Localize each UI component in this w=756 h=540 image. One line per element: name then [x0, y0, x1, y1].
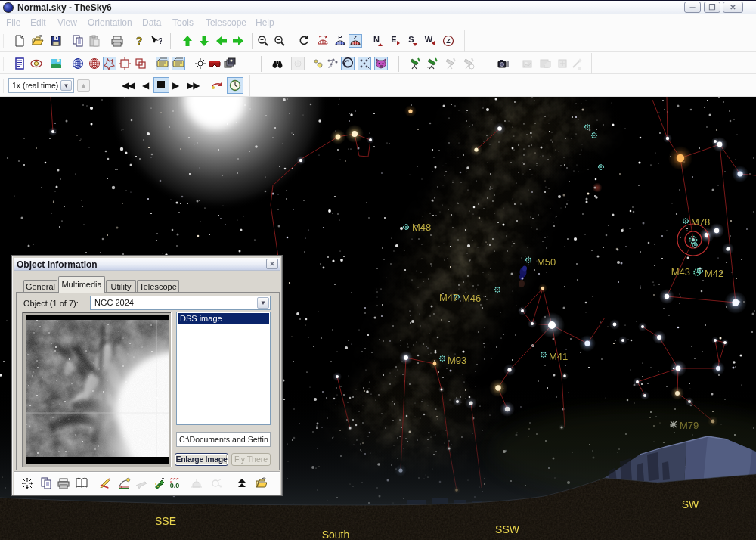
- svg-text:SW: SW: [682, 498, 699, 511]
- svg-text:M93: M93: [448, 355, 466, 366]
- svg-text:M48: M48: [412, 222, 431, 233]
- svg-text:SSE: SSE: [155, 515, 176, 527]
- svg-text:?: ?: [158, 36, 162, 45]
- svg-text:SSW: SSW: [495, 523, 520, 535]
- svg-text:M47: M47: [439, 292, 458, 303]
- svg-text:N: N: [373, 35, 380, 44]
- svg-text:P: P: [338, 35, 342, 41]
- svg-text:M43: M43: [671, 266, 690, 278]
- svg-text:M42: M42: [705, 268, 723, 279]
- svg-text:W: W: [425, 35, 433, 44]
- svg-text:South: South: [322, 529, 350, 540]
- svg-text:S: S: [408, 35, 414, 44]
- svg-text:Z: Z: [354, 35, 358, 41]
- svg-text:M46: M46: [462, 293, 481, 304]
- svg-text:M41: M41: [549, 351, 568, 362]
- svg-text:?: ?: [136, 35, 143, 47]
- svg-text:0.0: 0.0: [170, 482, 180, 489]
- svg-text:Z: Z: [446, 37, 451, 45]
- svg-text:M50: M50: [537, 256, 556, 268]
- svg-text:M78: M78: [691, 216, 710, 228]
- svg-text:E: E: [391, 35, 396, 44]
